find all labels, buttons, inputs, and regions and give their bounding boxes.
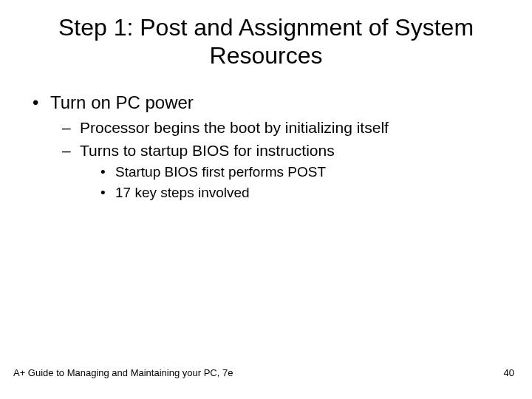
bullet-text: Startup BIOS first performs POST	[115, 164, 326, 180]
footer-page-number: 40	[504, 367, 514, 378]
bullet-list-level2: Processor begins the boot by initializin…	[50, 117, 502, 202]
bullet-l3: 17 key steps involved	[80, 183, 502, 202]
bullet-l3: Startup BIOS first performs POST	[80, 163, 502, 182]
slide-body: Turn on PC power Processor begins the bo…	[0, 70, 532, 202]
bullet-text: Turn on PC power	[50, 92, 194, 112]
bullet-text: Processor begins the boot by initializin…	[80, 119, 389, 136]
bullet-l1: Turn on PC power Processor begins the bo…	[30, 91, 502, 202]
bullet-text: Turns to startup BIOS for instructions	[80, 142, 335, 159]
bullet-l2: Turns to startup BIOS for instructions S…	[50, 140, 502, 202]
bullet-list-level3: Startup BIOS first performs POST 17 key …	[80, 163, 502, 202]
bullet-text: 17 key steps involved	[115, 185, 250, 200]
footer-source: A+ Guide to Managing and Maintaining you…	[13, 367, 233, 378]
bullet-l2: Processor begins the boot by initializin…	[50, 117, 502, 138]
slide: Step 1: Post and Assignment of System Re…	[0, 0, 532, 399]
slide-title: Step 1: Post and Assignment of System Re…	[0, 0, 532, 70]
bullet-list-level1: Turn on PC power Processor begins the bo…	[30, 91, 502, 202]
